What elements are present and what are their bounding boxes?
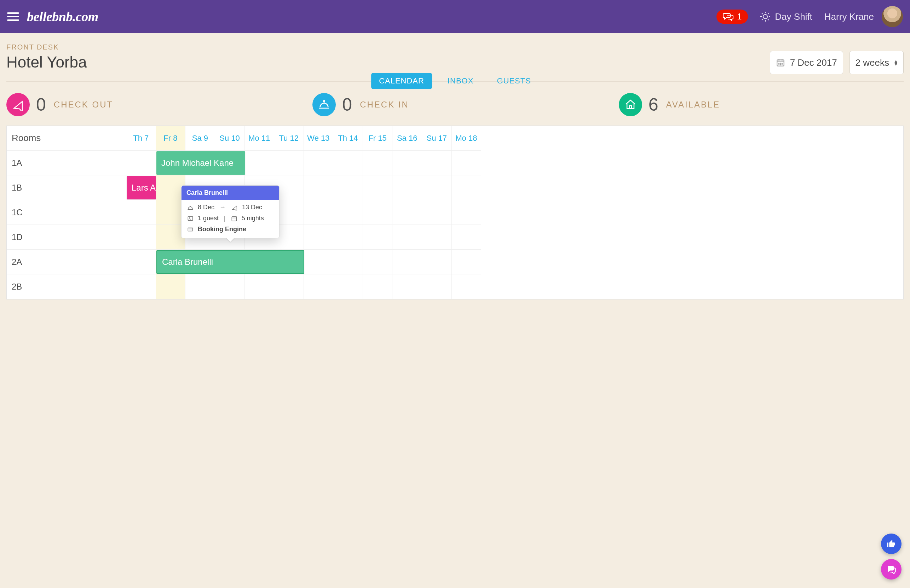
avatar[interactable] (882, 6, 903, 27)
svg-point-21 (323, 100, 325, 102)
calendar-cell[interactable] (392, 200, 422, 225)
calendar-cell[interactable] (304, 225, 334, 250)
calendar-cell[interactable] (126, 225, 156, 250)
checkin-count: 0 (342, 94, 352, 115)
calendar-cell[interactable] (126, 275, 156, 299)
calendar-cell[interactable] (333, 200, 363, 225)
day-header[interactable]: Sa 16 (392, 126, 422, 150)
day-header[interactable]: Fr 8 (156, 126, 186, 150)
tab-guests[interactable]: GUESTS (489, 73, 539, 89)
calendar-cell[interactable] (392, 250, 422, 275)
day-header[interactable]: Mo 18 (452, 126, 481, 150)
thumbs-up-button[interactable] (881, 533, 902, 554)
calendar-cell[interactable] (363, 250, 393, 275)
svg-line-8 (768, 13, 769, 14)
rooms-header: Rooms (7, 126, 126, 150)
calendar-cell[interactable] (333, 225, 363, 250)
calendar-cell[interactable] (304, 275, 334, 299)
calendar-cell[interactable] (274, 150, 304, 175)
room-label[interactable]: 1D (7, 225, 126, 250)
stat-checkin[interactable]: 0 CHECK IN (313, 93, 597, 116)
day-header[interactable]: Th 7 (126, 126, 156, 150)
calendar-cell[interactable] (304, 150, 334, 175)
calendar-cell[interactable] (333, 275, 363, 299)
shift-label: Day Shift (775, 11, 812, 22)
stat-checkout[interactable]: 0 CHECK OUT (6, 93, 291, 116)
calendar-cell[interactable] (304, 200, 334, 225)
calendar-cell[interactable] (422, 275, 452, 299)
calendar-cell[interactable] (333, 250, 363, 275)
calendar-cell[interactable] (363, 225, 393, 250)
calendar-cell[interactable] (422, 175, 452, 200)
shift-toggle[interactable]: Day Shift (760, 11, 812, 22)
svg-point-15 (782, 63, 782, 64)
calendar-cell[interactable] (392, 150, 422, 175)
calendar-cell[interactable] (452, 225, 481, 250)
calendar-cell[interactable] (274, 275, 304, 299)
day-header[interactable]: Fr 15 (363, 126, 393, 150)
calendar-cell[interactable] (363, 150, 393, 175)
date-picker[interactable]: 7 Dec 2017 (770, 51, 843, 74)
checkin-label: CHECK IN (360, 100, 409, 110)
room-label[interactable]: 1C (7, 200, 126, 225)
day-header[interactable]: Su 10 (215, 126, 245, 150)
calendar-cell[interactable] (304, 250, 334, 275)
calendar-cell[interactable] (452, 275, 481, 299)
card-icon (186, 226, 194, 233)
calendar-cell[interactable] (245, 275, 274, 299)
day-header[interactable]: We 13 (304, 126, 334, 150)
stat-available[interactable]: 6 AVAILABLE (619, 93, 904, 116)
booking-john-michael-kane[interactable]: John Michael Kane (156, 151, 245, 174)
booking-carla-brunelli[interactable]: Carla Brunelli (156, 250, 304, 274)
calendar-icon (776, 58, 785, 67)
calendar-cell[interactable] (392, 175, 422, 200)
booking-lars[interactable]: Lars Ar (127, 176, 156, 199)
calendar-cell[interactable] (126, 200, 156, 225)
day-header[interactable]: Su 17 (422, 126, 452, 150)
calendar-cell[interactable] (333, 175, 363, 200)
calendar-cell[interactable] (185, 275, 215, 299)
calendar-cell[interactable] (422, 200, 452, 225)
tab-inbox[interactable]: INBOX (440, 73, 481, 89)
messages-count: 1 (737, 12, 742, 21)
chat-button[interactable] (881, 559, 902, 580)
calendar-cell[interactable] (452, 150, 481, 175)
menu-button[interactable] (7, 12, 19, 21)
logo[interactable]: bellebnb.com (27, 9, 98, 24)
day-header[interactable]: Sa 9 (185, 126, 215, 150)
day-header[interactable]: Mo 11 (245, 126, 274, 150)
svg-point-16 (779, 65, 779, 65)
calendar-cell[interactable] (422, 225, 452, 250)
checkout-label: CHECK OUT (54, 100, 113, 110)
calendar-cell[interactable] (363, 275, 393, 299)
room-label[interactable]: 2B (7, 275, 126, 299)
room-label[interactable]: 1A (7, 150, 126, 175)
calendar-cell[interactable] (245, 150, 274, 175)
messages-button[interactable]: 1 (716, 10, 748, 24)
calendar-cell[interactable] (304, 175, 334, 200)
day-header[interactable]: Th 14 (333, 126, 363, 150)
calendar-cell[interactable] (452, 200, 481, 225)
calendar-cell[interactable] (333, 150, 363, 175)
calendar-cell[interactable] (392, 225, 422, 250)
username[interactable]: Harry Krane (824, 11, 874, 22)
calendar-cell[interactable] (215, 275, 245, 299)
tooltip-guests: 1 guest (198, 215, 219, 222)
range-select[interactable]: 2 weeks ▲▼ (850, 51, 904, 74)
calendar-cell[interactable] (452, 250, 481, 275)
calendar-cell[interactable] (126, 150, 156, 175)
room-label[interactable]: 1B (7, 175, 126, 200)
tab-calendar[interactable]: CALENDAR (371, 73, 432, 89)
calendar-cell[interactable] (156, 275, 186, 299)
calendar-cell[interactable] (126, 250, 156, 275)
calendar-cell[interactable] (422, 250, 452, 275)
tooltip-source: Booking Engine (198, 226, 246, 233)
calendar-cell[interactable] (392, 275, 422, 299)
calendar-cell[interactable] (452, 175, 481, 200)
svg-line-6 (768, 19, 769, 20)
room-label[interactable]: 2A (7, 250, 126, 275)
day-header[interactable]: Tu 12 (274, 126, 304, 150)
calendar-cell[interactable] (363, 175, 393, 200)
calendar-cell[interactable] (422, 150, 452, 175)
calendar-cell[interactable] (363, 200, 393, 225)
